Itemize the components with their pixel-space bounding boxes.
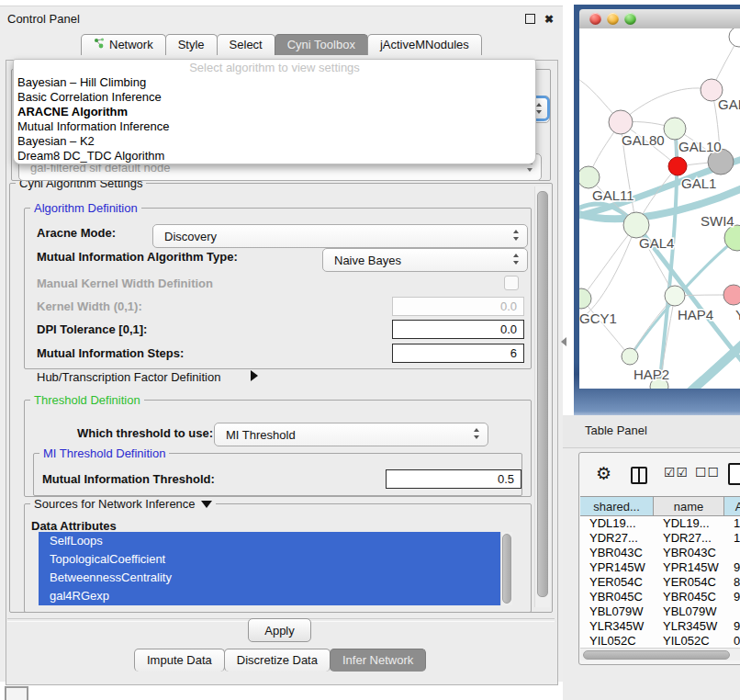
collapse-down-icon[interactable] [201, 501, 212, 508]
node-gal10[interactable] [664, 118, 686, 140]
network-canvas[interactable]: GALGAL80GAL10GAL1GAL11GAL4SWI4HAP4YGCY1H… [579, 28, 740, 389]
settings-scrollbar[interactable] [534, 186, 550, 607]
bottom-tab-infer-network[interactable]: Infer Network [330, 649, 426, 672]
table-row[interactable]: YIL052CYIL052C0. [580, 634, 740, 648]
minimized-panel-box[interactable] [5, 686, 28, 700]
node-hap4[interactable] [665, 286, 685, 306]
tab-network[interactable]: Network [81, 34, 166, 55]
algorithm-dropdown-popup: Select algorithm to view settings Bayesi… [13, 59, 536, 164]
data-attributes-label: Data Attributes [31, 519, 117, 533]
algorithm-option-bayesian-k2[interactable]: Bayesian – K2 [14, 134, 535, 149]
hub-section-label[interactable]: Hub/Transcription Factor Definition [37, 370, 220, 384]
node-gal1[interactable] [668, 157, 687, 175]
table-row[interactable]: YDR27...YDR27...12 [580, 531, 740, 546]
table-cell: YDL19... [580, 516, 654, 531]
node-gcy1[interactable] [579, 288, 591, 309]
attributes-scrollbar[interactable] [500, 532, 512, 605]
tab-jactivemnodules[interactable]: jActiveMNodules [367, 34, 482, 55]
mi-steps-field[interactable]: 6 [392, 344, 524, 363]
node-label-gal1: GAL1 [681, 175, 716, 191]
algorithm-option-basic-correlation-inference[interactable]: Basic Correlation Inference [14, 90, 535, 105]
zoom-traffic-light-icon[interactable] [624, 13, 636, 25]
table-cell: YBL079W [654, 604, 724, 619]
node-y-clipped[interactable] [723, 285, 740, 305]
network-window-titlebar[interactable] [579, 9, 740, 29]
combo-arrows-icon [512, 253, 520, 268]
control-panel-window: Control Panel ✖ NetworkStyleSelectCyni T… [0, 6, 563, 682]
which-threshold-label: Which threshold to use: [77, 426, 213, 440]
dpi-tolerance-field[interactable]: 0.0 [392, 320, 524, 339]
table-cell: YBR043C [654, 546, 724, 560]
algorithm-option-aracne-algorithm[interactable]: ARACNE Algorithm [14, 105, 535, 119]
table-toolbar: ⚙ ☑☑ ☐☐ [579, 453, 740, 493]
tab-cyni-toolbox[interactable]: Cyni Toolbox [275, 34, 368, 55]
table-row[interactable]: YDL19...YDL19...13 [580, 516, 740, 531]
column-header-a[interactable]: A [724, 496, 740, 516]
table-cell: 0. [724, 634, 740, 648]
collapse-right-icon[interactable] [251, 370, 258, 381]
table-cell: YLR345W [580, 619, 654, 634]
split-view-icon[interactable] [631, 467, 647, 484]
table-hscrollbar-thumb[interactable] [583, 650, 730, 660]
table-row[interactable]: YPR145WYPR145W9. [580, 560, 740, 575]
table-cell: YBR045C [654, 590, 724, 604]
node-label-gal80: GAL80 [622, 132, 665, 148]
attribute-item-gal4rgexp[interactable]: gal4RGexp [39, 587, 500, 605]
algorithm-option-dream8-dc-tdc-algorithm[interactable]: Dream8 DC_TDC Algorithm [14, 149, 535, 164]
algorithm-option-mutual-information-inference[interactable]: Mutual Information Inference [14, 119, 535, 134]
network-edge [581, 225, 636, 299]
settings-gear-icon[interactable]: ⚙ [596, 463, 611, 484]
table-row[interactable]: YBL079WYBL079W [580, 604, 740, 619]
column-header-shared[interactable]: shared... [580, 496, 654, 516]
sources-group-title-text: Sources for Network Inference [34, 497, 196, 511]
kernel-width-field[interactable]: 0.0 [392, 297, 524, 316]
deselect-all-checkbox-icon[interactable]: ☐☐ [695, 465, 720, 480]
settings-scrollbar-thumb[interactable] [537, 191, 548, 597]
bottom-tab-impute-data[interactable]: Impute Data [134, 649, 225, 672]
bottom-tab-discretize-data[interactable]: Discretize Data [224, 649, 331, 672]
attributes-scrollbar-thumb[interactable] [502, 534, 511, 604]
new-file-icon[interactable] [728, 463, 740, 485]
node-gal4[interactable] [623, 212, 649, 238]
table-cell: YBR043C [580, 546, 654, 560]
minimize-traffic-light-icon[interactable] [607, 13, 619, 25]
tab-style[interactable]: Style [165, 34, 218, 55]
panel-splitter-handle[interactable] [561, 337, 566, 346]
attribute-item-selfloops[interactable]: SelfLoops [39, 532, 500, 550]
table-cell: 8. [724, 575, 740, 590]
table-cell: 9. [724, 619, 740, 634]
apply-button[interactable]: Apply [248, 618, 311, 642]
table-row[interactable]: YBR045CYBR045C9. [580, 590, 740, 604]
node-gal11[interactable] [579, 166, 600, 188]
column-header-name[interactable]: name [654, 496, 724, 516]
attribute-item-topologicalcoefficient[interactable]: TopologicalCoefficient [39, 550, 500, 569]
close-icon[interactable]: ✖ [544, 13, 554, 26]
sources-group-title[interactable]: Sources for Network Inference [30, 497, 216, 511]
node-label-gal10: GAL10 [678, 139, 722, 154]
manual-kernel-checkbox[interactable] [504, 276, 519, 290]
table-cell: YDL19... [654, 516, 724, 531]
table-hscrollbar[interactable] [580, 648, 740, 660]
tab-select[interactable]: Select [217, 34, 275, 55]
mi-threshold-field[interactable]: 0.5 [386, 469, 521, 489]
attribute-item-betweennesscentrality[interactable]: BetweennessCentrality [39, 569, 500, 587]
table-cell: YLR345W [654, 619, 724, 634]
float-icon[interactable] [525, 14, 535, 24]
popup-placeholder: Select algorithm to view settings [14, 60, 535, 75]
aracne-mode-label: Aracne Mode: [37, 226, 116, 240]
manual-kernel-label: Manual Kernel Width Definition [37, 277, 213, 290]
algorithm-option-bayesian-hill-climbing[interactable]: Bayesian – Hill Climbing [14, 75, 535, 90]
table-row[interactable]: YLR345WYLR345W9. [580, 619, 740, 634]
table-row[interactable]: YER054CYER054C8. [580, 575, 740, 590]
mi-type-combo[interactable]: Naive Bayes [322, 248, 528, 272]
aracne-mode-combo[interactable]: Discovery [152, 224, 528, 248]
mi-steps-label: Mutual Information Steps: [37, 346, 184, 360]
table-row[interactable]: YBR043CYBR043C [580, 546, 740, 560]
which-threshold-combo[interactable]: MI Threshold [214, 423, 488, 446]
node-gal80[interactable] [609, 110, 633, 134]
node-unlabeled-top[interactable] [729, 28, 740, 47]
aracne-mode-value: Discovery [153, 230, 512, 243]
select-all-checkbox-icon[interactable]: ☑☑ [664, 465, 689, 480]
node-hap2[interactable] [622, 348, 638, 365]
close-traffic-light-icon[interactable] [589, 13, 601, 25]
